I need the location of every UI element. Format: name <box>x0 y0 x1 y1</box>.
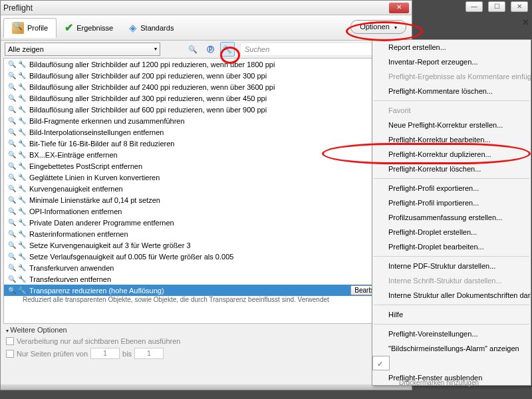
list-item[interactable]: 🔍🔧Bildauflösung aller Strichbilder auf 2… <box>4 70 408 81</box>
list-item[interactable]: 🔍🔧Bit-Tiefe für 16-Bit-Bilder auf 8 Bit … <box>4 138 408 149</box>
page-range-label-from: Nur Seiten prüfen von <box>17 350 88 358</box>
check-tool-button[interactable]: ⓟ <box>203 42 217 57</box>
menu-separator <box>374 324 529 325</box>
list-item[interactable]: 🔍🔧Bild-Interpolationseinstellungen entfe… <box>4 126 408 138</box>
menu-results-comments: Preflight-Ergebnisse als Kommentare einf… <box>372 69 531 84</box>
diamond-icon: ◈ <box>129 22 137 34</box>
menu-edit-fixup[interactable]: Preflight-Korrektur bearbeiten... <box>372 132 531 147</box>
magnifier-icon: 🔍 <box>8 219 16 226</box>
profile-tool-button[interactable]: 🔍 <box>186 42 200 57</box>
close-icon[interactable]: ✕ <box>389 3 409 13</box>
more-options-toggle[interactable]: Weitere Optionen <box>6 326 67 334</box>
menu-separator <box>374 100 529 101</box>
wrench-icon: 🔧 <box>18 151 27 158</box>
list-item[interactable]: 🔍🔧Bildauflösung aller Strichbilder auf 1… <box>4 59 408 70</box>
menu-pdf-structure[interactable]: Interne PDF-Struktur darstellen... <box>372 259 531 273</box>
list-item[interactable]: 🔍🔧OPI-Informationen entfernen <box>4 205 408 217</box>
menu-report-create[interactable]: Report erstellen... <box>372 40 531 55</box>
menu-delete-fixup[interactable]: Preflight-Korrektur löschen... <box>372 162 531 176</box>
preflight-window: Preflight ✕ Profile ✔ Ergebnisse ◈ Stand… <box>0 0 412 390</box>
list-item-label: Bild-Interpolationseinstellungen entfern… <box>29 128 164 136</box>
menu-edit-droplet[interactable]: Preflight-Droplet bearbeiten... <box>372 239 531 254</box>
window-title: Preflight <box>3 3 389 13</box>
page-range-checkbox[interactable] <box>6 350 14 358</box>
list-item-label: Bild-Fragmente erkennen und zusammenführ… <box>29 117 185 125</box>
list-item-label: Bildauflösung aller Strichbilder auf 200… <box>29 72 267 80</box>
magnifier-icon: 🔍 <box>8 72 16 79</box>
list-item[interactable]: 🔍🔧Setze Verlaufsgenauigkeit auf 0.005 fü… <box>4 251 408 262</box>
list-item[interactable]: 🔍🔧Transferkurven anwenden <box>4 262 408 273</box>
options-button[interactable]: Optionen <box>350 20 406 34</box>
tab-profile[interactable]: Profile <box>3 18 57 38</box>
list-item-description: Reduziert alle transparenten Objekte, so… <box>4 296 408 305</box>
menu-inventory-report[interactable]: Inventar-Report erzeugen... <box>372 55 531 69</box>
menu-all-fonts-structure[interactable]: Interne Struktur aller Dokumentschriften… <box>372 288 531 303</box>
menu-separator <box>374 256 529 257</box>
list-item[interactable]: 🔍🔧Bildauflösung aller Strichbilder auf 6… <box>4 104 408 115</box>
menu-profile-summary[interactable]: Profilzusammenfassung erstellen... <box>372 210 531 225</box>
page-to-input[interactable]: 1 <box>134 348 164 359</box>
menu-create-droplet[interactable]: Preflight-Droplet erstellen... <box>372 225 531 239</box>
list-item-label: Geglättete Linien in Kurven konvertieren <box>29 174 160 182</box>
wrench-icon: 🔧 <box>18 162 27 170</box>
wrench-icon: 🔧 <box>18 128 27 136</box>
magnifier-icon: 🔍 <box>8 207 16 215</box>
list-item-label: Transparenz reduzieren (hohe Auflösung) <box>29 287 164 295</box>
menu-button-labels[interactable]: Schaltflächen-Beschriftung ein/aus <box>372 356 390 370</box>
close-button[interactable]: ✕ <box>511 1 528 12</box>
wrench-icon: 🔧 <box>18 83 27 90</box>
panel-close-icon[interactable]: ✕ <box>522 17 529 27</box>
menu-export-profile[interactable]: Preflight-Profil exportieren... <box>372 181 531 196</box>
magnifier-icon: 🔍 <box>8 94 16 102</box>
magnifier-icon: 🔍 <box>8 117 16 124</box>
checkmark-icon: ✔ <box>65 21 73 34</box>
list-item-label: OPI-Informationen entfernen <box>29 207 122 215</box>
list-item-label: Rasterinformationen entfernen <box>29 230 128 238</box>
list-item[interactable]: 🔍🔧Minimale Linienstärke auf 0,14 pt setz… <box>4 194 408 205</box>
magnifier-icon: 🔍 <box>8 196 16 203</box>
wrench-icon: 🔧 <box>18 219 27 226</box>
maximize-button[interactable]: ☐ <box>488 1 505 12</box>
menu-new-fixup[interactable]: Neue Preflight-Korrektur erstellen... <box>372 118 531 132</box>
page-from-input[interactable]: 1 <box>90 348 120 359</box>
page-range-label-to: bis <box>122 350 132 358</box>
list-item[interactable]: 🔍🔧Geglättete Linien in Kurven konvertier… <box>4 172 408 183</box>
magnifier-icon: 🔍 <box>8 264 16 271</box>
menu-duplicate-fixup[interactable]: Preflight-Korrektur duplizieren... <box>372 147 531 162</box>
filter-dropdown[interactable]: Alle zeigen <box>5 43 160 56</box>
menu-preferences[interactable]: Preflight-Voreinstellungen... <box>372 327 531 341</box>
list-item[interactable]: 🔍🔧Setze Kurvengenauigkeit auf 3 für Wert… <box>4 239 408 251</box>
profile-icon <box>12 22 24 34</box>
tab-label: Profile <box>27 24 48 32</box>
tab-ergebnisse[interactable]: ✔ Ergebnisse <box>57 18 121 37</box>
wrench-icon: 🔧 <box>18 264 27 271</box>
magnifier-icon: 🔍 <box>8 140 16 147</box>
wrench-icon: 🔧 <box>18 185 27 192</box>
list-item[interactable]: 🔍🔧BX...EX-Einträge entfernen <box>4 149 408 160</box>
status-strip <box>1 384 412 390</box>
list-item[interactable]: 🔍🔧Transferkurven entfernen <box>4 273 408 285</box>
toolbar: Alle zeigen 🔍 ⓟ 🔧 Suchen <box>1 41 412 58</box>
fixups-list: 🔍🔧Bildauflösung aller Strichbilder auf 1… <box>3 58 409 324</box>
menu-help[interactable]: Hilfe <box>372 307 531 322</box>
menu-separator <box>374 305 529 305</box>
list-item[interactable]: 🔍🔧Bildauflösung aller Strichbilder auf 3… <box>4 92 408 104</box>
list-item[interactable]: 🔍🔧Eingebettetes PostScript entfernen <box>4 160 408 172</box>
menu-screen-alarm[interactable]: "Bildschirmeinstellungs-Alarm" anzeigen <box>372 341 531 356</box>
menu-import-profile[interactable]: Preflight-Profil importieren... <box>372 196 531 210</box>
list-item-label: Bildauflösung aller Strichbilder auf 240… <box>29 83 275 91</box>
list-item[interactable]: 🔍🔧Kurvengenauigkeit entfernen <box>4 183 408 194</box>
list-item[interactable]: 🔍🔧Rasterinformationen entfernen <box>4 228 408 239</box>
visible-layers-checkbox[interactable] <box>6 337 14 345</box>
tab-standards[interactable]: ◈ Standards <box>121 19 182 37</box>
minimize-button[interactable]: — <box>466 1 483 12</box>
search-placeholder: Suchen <box>245 45 269 53</box>
list-item[interactable]: 🔍🔧Transparenz reduzieren (hohe Auflösung… <box>4 285 408 296</box>
list-item[interactable]: 🔍🔧Bildauflösung aller Strichbilder auf 2… <box>4 81 408 92</box>
magnifier-icon: 🔍 <box>8 61 16 68</box>
fixup-tool-button[interactable]: 🔧 <box>220 42 235 57</box>
menu-delete-comments[interactable]: Preflight-Kommentare löschen... <box>372 84 531 98</box>
magnifier-icon: 🔍 <box>8 128 16 136</box>
list-item[interactable]: 🔍🔧Bild-Fragmente erkennen und zusammenfü… <box>4 115 408 126</box>
list-item[interactable]: 🔍🔧Private Daten anderer Programme entfer… <box>4 217 408 228</box>
